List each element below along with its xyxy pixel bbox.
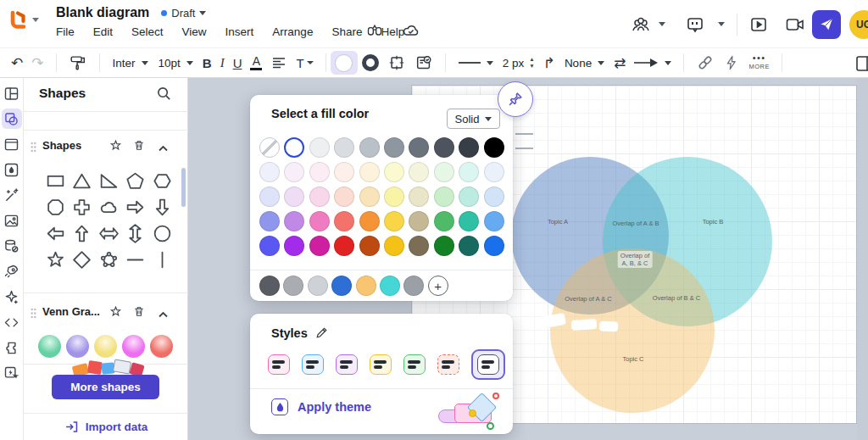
venn-label-topic-c[interactable]: Topic C [622,355,643,363]
redo-button[interactable]: ↷ [27,51,47,75]
connector-style-icon[interactable]: ↱ [539,51,559,75]
color-swatch[interactable] [384,187,404,207]
shape-triangle[interactable] [70,168,95,193]
shape-line-horizontal[interactable] [123,247,148,272]
shape-rectangle[interactable] [42,168,68,193]
color-swatch[interactable] [259,211,280,231]
canvas-scrollbar[interactable] [857,78,868,440]
line-style-select[interactable] [453,52,498,74]
search-icon[interactable] [156,86,172,105]
text-align-icon[interactable] [266,51,292,75]
color-swatch[interactable] [284,137,304,158]
menu-file[interactable]: File [56,25,75,38]
rocket-icon[interactable] [2,261,22,281]
more-button[interactable]: ••• MORE [744,51,774,75]
shape-octagon[interactable] [42,194,68,220]
drag-handle-icon[interactable] [31,307,36,322]
color-swatch[interactable] [384,137,404,158]
pin-popup-button[interactable] [498,81,533,117]
stroke-width-stepper[interactable]: 2 px ▲▼ [498,51,539,75]
color-swatch[interactable] [359,211,380,231]
shape-arrow-up[interactable] [70,220,95,246]
shape-right-triangle[interactable] [96,168,121,193]
color-swatch[interactable] [459,236,479,256]
color-swatch[interactable] [409,236,429,256]
style-preset-5[interactable] [403,354,426,375]
cloud-sync-icon[interactable] [402,23,420,38]
format-painter-icon[interactable] [64,51,92,75]
color-swatch[interactable] [309,236,330,256]
underline-button[interactable]: U [229,51,247,75]
favorite-star-icon[interactable] [109,305,122,321]
document-status[interactable]: Draft [161,7,206,19]
color-swatch[interactable] [359,187,380,207]
color-swatch[interactable] [384,162,404,182]
menu-share[interactable]: Share [331,25,362,38]
color-swatch[interactable] [284,211,304,231]
venn-shape-thumb-3[interactable] [94,335,117,358]
collaborators-caret-icon[interactable] [659,22,665,26]
color-swatch[interactable] [409,211,429,231]
color-swatch[interactable] [334,187,354,207]
shape-cross[interactable] [70,194,95,220]
present-icon[interactable] [749,16,768,33]
color-swatch[interactable] [309,162,330,182]
shape-arrow-right[interactable] [123,194,148,220]
color-swatch[interactable] [434,137,454,158]
document-title[interactable]: Blank diagram [56,5,149,20]
venn-shape-thumb-1[interactable] [38,335,61,358]
shape-arrow-left-right[interactable] [96,220,121,246]
color-swatch[interactable] [284,162,304,182]
venn-label-overlap-ab[interactable]: Overlap of A & B [612,220,659,227]
recent-color-swatch[interactable] [380,276,400,296]
find-icon[interactable] [366,23,383,38]
color-swatch[interactable] [409,187,429,207]
collapse-chevron-icon[interactable] [158,307,169,322]
color-swatch[interactable] [409,137,429,158]
recent-color-swatch[interactable] [403,276,424,296]
shape-star[interactable] [42,247,68,272]
menu-insert[interactable]: Insert [225,25,254,38]
color-swatch[interactable] [409,162,429,182]
drag-handle-icon[interactable] [31,141,36,156]
frame-icon[interactable] [383,51,410,75]
color-swatch[interactable] [384,211,404,231]
code-icon[interactable] [2,312,22,332]
import-data-link[interactable]: Import data [24,420,188,434]
style-preset-7[interactable] [477,354,499,375]
venn-shape-thumb-2[interactable] [66,335,89,358]
shape-line-vertical[interactable] [149,247,175,272]
style-preset-2[interactable] [302,354,324,375]
menu-select[interactable]: Select [131,25,164,38]
undo-button[interactable]: ↶ [7,51,27,75]
fill-color-button[interactable] [331,51,358,75]
color-swatch[interactable] [259,162,280,182]
container-icon[interactable] [2,134,22,154]
menu-view[interactable]: View [182,25,207,38]
comments-icon[interactable] [686,15,704,34]
arrow-style-select[interactable] [630,51,676,75]
venn-label-overlap-abc[interactable]: Overlap of A, B, & C [618,251,653,268]
swatch-no-fill[interactable] [259,137,280,158]
shape-pentagon[interactable] [123,168,148,193]
recent-color-swatch[interactable] [308,276,328,296]
shape-data-icon[interactable] [410,51,437,75]
panel-toggle-icon[interactable] [854,53,868,77]
automation-icon[interactable] [2,363,22,383]
color-swatch[interactable] [484,211,504,231]
recent-color-swatch[interactable] [259,276,280,296]
venn-label-topic-a[interactable]: Topic A [548,218,568,226]
fill-mode-select[interactable]: Solid [447,109,500,129]
color-swatch[interactable] [434,162,454,182]
line-endpoint-select[interactable]: None [559,52,609,74]
shapes-icon[interactable] [2,109,22,129]
font-family-select[interactable]: Inter [108,52,153,74]
trash-icon[interactable] [133,139,145,155]
shape-cloud[interactable] [96,194,121,220]
swap-arrows-icon[interactable]: ⇄ [609,51,630,75]
color-swatch[interactable] [359,162,380,182]
shape-arrow-up-down[interactable] [123,220,148,246]
venn-label-topic-b[interactable]: Topic B [703,218,724,226]
ink-icon[interactable] [2,159,22,180]
collaborators-icon[interactable] [630,15,652,34]
